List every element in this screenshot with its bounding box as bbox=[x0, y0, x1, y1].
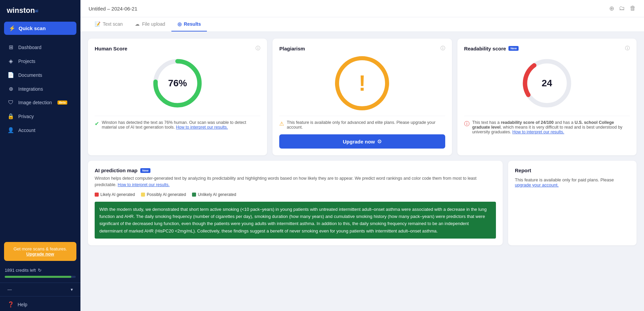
nav-item-dashboard[interactable]: ⊞ Dashboard bbox=[0, 40, 80, 54]
file-upload-icon: ☁ bbox=[135, 21, 140, 27]
export-icon[interactable]: 🗂 bbox=[619, 5, 625, 12]
warning-icon: ⚠ bbox=[279, 120, 284, 127]
sidebar-collapse[interactable]: — ▾ bbox=[0, 284, 80, 295]
cards-row: Human Score ⓘ 76% ✔ Winston has bbox=[88, 39, 637, 155]
upgrade-btn-label: Upgrade now bbox=[343, 139, 375, 145]
ai-prediction-text: With the modern study, we demonstrated t… bbox=[95, 202, 496, 239]
account-label: Account bbox=[18, 128, 35, 133]
plagiarism-card: Plagiarism ⓘ ! ⚠ This feature is availab… bbox=[272, 39, 452, 155]
plagiarism-upgrade-button[interactable]: Upgrade now ⊙ bbox=[279, 134, 445, 149]
readability-info-icon[interactable]: ⓘ bbox=[625, 45, 630, 51]
tab-results-label: Results bbox=[184, 21, 201, 27]
human-score-chart: 76% bbox=[95, 56, 260, 110]
projects-icon: ◈ bbox=[7, 58, 14, 64]
upgrade-box: Get more scans & features. Upgrade now bbox=[4, 242, 76, 261]
nav-item-documents[interactable]: 📄 Documents bbox=[0, 68, 80, 82]
dashboard-icon: ⊞ bbox=[7, 44, 14, 50]
plagiarism-warning-circle: ! bbox=[335, 56, 389, 110]
top-bar-actions: ⊕ 🗂 🗑 bbox=[609, 5, 636, 12]
plagiarism-icon-wrap: ! bbox=[279, 56, 445, 110]
human-score-card: Human Score ⓘ 76% ✔ Winston has bbox=[88, 39, 267, 155]
readability-chart: 24 bbox=[464, 56, 630, 110]
integrations-icon: ⊕ bbox=[7, 86, 14, 92]
legend-likely: Likely AI generated bbox=[95, 192, 135, 197]
readability-footer-text: This text has a readability score of 24/… bbox=[472, 120, 630, 134]
credits-text: 1891 credits left bbox=[5, 268, 36, 273]
main-content: Untitled – 2024-06-21 ⊕ 🗂 🗑 📝 Text scan … bbox=[80, 0, 644, 311]
tab-text-scan-label: Text scan bbox=[103, 21, 123, 27]
beta-badge: Beta bbox=[57, 101, 68, 105]
tab-results[interactable]: ◎ Results bbox=[171, 17, 207, 31]
report-upgrade-link[interactable]: upgrade your account. bbox=[515, 182, 558, 187]
human-score-info-icon[interactable]: ⓘ bbox=[256, 45, 260, 51]
top-bar: Untitled – 2024-06-21 ⊕ 🗂 🗑 bbox=[80, 0, 644, 17]
legend-possibly: Possibly AI generated bbox=[141, 192, 186, 197]
image-detection-label: Image detection bbox=[18, 100, 52, 105]
ai-prediction-description: Winston helps detect computer-generated … bbox=[95, 175, 496, 188]
tabs-bar: 📝 Text scan ☁ File upload ◎ Results bbox=[80, 17, 644, 32]
dashboard-label: Dashboard bbox=[18, 45, 42, 50]
plagiarism-header: Plagiarism ⓘ bbox=[279, 45, 445, 51]
content-area: Human Score ⓘ 76% ✔ Winston has bbox=[80, 32, 644, 311]
quick-scan-label: Quick scan bbox=[19, 25, 46, 31]
readability-footer: ⓘ This text has a readability score of 2… bbox=[464, 116, 630, 134]
logo-text: winston bbox=[7, 6, 35, 15]
integrations-label: Integrations bbox=[18, 86, 43, 92]
nav-item-image-detection[interactable]: 🛡 Image detection Beta bbox=[0, 96, 80, 109]
tab-file-upload-label: File upload bbox=[142, 21, 165, 27]
nav-item-projects[interactable]: ◈ Projects bbox=[0, 54, 80, 68]
collapse-dash: — bbox=[7, 287, 12, 292]
plagiarism-footer: ⚠ This feature is available only for adv… bbox=[279, 116, 445, 130]
sidebar: winstonai ⚡ Quick scan ⊞ Dashboard ◈ Pro… bbox=[0, 0, 80, 311]
credits-bar-fill bbox=[5, 276, 71, 278]
readability-score-value: 24 bbox=[542, 78, 552, 89]
readability-title: Readability score New bbox=[464, 46, 519, 51]
human-score-title: Human Score bbox=[95, 46, 127, 51]
human-score-header: Human Score ⓘ bbox=[95, 45, 260, 51]
document-title: Untitled – 2024-06-21 bbox=[89, 6, 137, 12]
legend-unlikely-dot bbox=[192, 193, 196, 197]
nav-item-account[interactable]: 👤 Account bbox=[0, 123, 80, 137]
human-score-interpret-link[interactable]: How to interpret our results. bbox=[176, 125, 228, 130]
ai-prediction-new-badge: New bbox=[140, 168, 151, 173]
credits-bar bbox=[5, 276, 76, 278]
report-card: Report This feature is available only fo… bbox=[508, 161, 637, 245]
tab-text-scan[interactable]: 📝 Text scan bbox=[89, 17, 129, 31]
report-description: This feature is available only for paid … bbox=[515, 177, 630, 187]
nav-item-quick-scan[interactable]: ⚡ Quick scan bbox=[4, 22, 76, 35]
legend-possibly-dot bbox=[141, 193, 145, 197]
readability-alert-icon: ⓘ bbox=[464, 120, 470, 128]
readability-interpret-link[interactable]: How to interpret our results. bbox=[512, 130, 564, 134]
legend-possibly-label: Possibly AI generated bbox=[147, 192, 186, 197]
plagiarism-title: Plagiarism bbox=[279, 46, 305, 51]
legend-likely-label: Likely AI generated bbox=[100, 192, 135, 197]
help-label: Help bbox=[18, 302, 27, 307]
human-score-footer-text: Winston has detected the text as 76% hum… bbox=[102, 120, 260, 130]
logo-ai: ai bbox=[35, 8, 38, 13]
delete-icon[interactable]: 🗑 bbox=[630, 5, 636, 12]
bottom-row: AI prediction map New Winston helps dete… bbox=[88, 161, 637, 245]
refresh-icon[interactable]: ↻ bbox=[38, 268, 42, 273]
legend-likely-dot bbox=[95, 193, 99, 197]
nav-item-integrations[interactable]: ⊕ Integrations bbox=[0, 82, 80, 96]
upgrade-btn-icon: ⊙ bbox=[377, 138, 382, 145]
readability-card: Readability score New ⓘ 24 ⓘ bbox=[457, 39, 637, 155]
projects-label: Projects bbox=[18, 59, 35, 64]
legend-unlikely: Unlikely AI generated bbox=[192, 192, 236, 197]
add-icon[interactable]: ⊕ bbox=[609, 5, 614, 12]
upgrade-now-link[interactable]: Upgrade now bbox=[9, 251, 72, 257]
privacy-icon: 🔒 bbox=[7, 113, 14, 119]
documents-label: Documents bbox=[18, 72, 42, 78]
nav-item-help[interactable]: ❓ Help bbox=[0, 298, 80, 311]
account-icon: 👤 bbox=[7, 127, 14, 133]
quick-scan-icon: ⚡ bbox=[9, 25, 16, 31]
privacy-label: Privacy bbox=[18, 114, 34, 119]
results-icon: ◎ bbox=[177, 21, 182, 27]
ai-prediction-title: AI prediction map New bbox=[95, 168, 496, 173]
text-scan-icon: 📝 bbox=[95, 21, 100, 27]
plagiarism-info-icon[interactable]: ⓘ bbox=[440, 45, 445, 51]
image-detection-icon: 🛡 bbox=[7, 99, 14, 106]
ai-prediction-interpret-link[interactable]: How to interpret our results. bbox=[118, 182, 170, 187]
nav-item-privacy[interactable]: 🔒 Privacy bbox=[0, 109, 80, 123]
tab-file-upload[interactable]: ☁ File upload bbox=[129, 17, 171, 31]
